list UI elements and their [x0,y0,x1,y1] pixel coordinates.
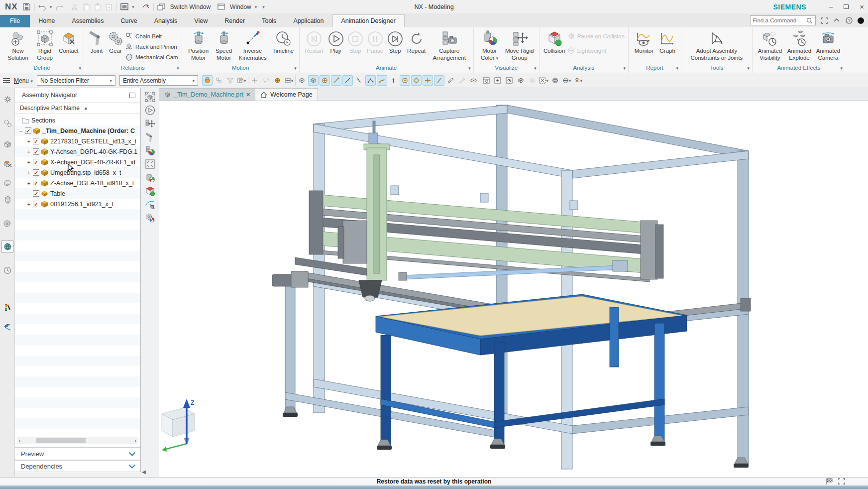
snap-solid-icon[interactable] [308,75,319,86]
expand-icon[interactable]: + [26,159,32,165]
eye-visibility-icon[interactable] [468,75,479,86]
expand-icon[interactable]: + [26,170,32,176]
info-icon[interactable]: i [2,219,12,229]
new-solution-button[interactable]: New Solution [3,29,32,61]
layer-settings-icon[interactable]: ▾ [573,75,583,86]
dependencies-section-header[interactable]: Dependencies [15,460,140,472]
joint-button[interactable]: Joint [88,29,106,55]
close-button[interactable]: × [860,2,864,11]
window-settings-icon[interactable] [481,75,492,86]
selection-scope-dropdown[interactable]: Entire Assembly▾ [119,75,198,86]
checkbox[interactable]: ✓ [33,180,39,186]
shaded-cube-icon[interactable] [516,75,526,86]
sketch-pencil-2-icon[interactable] [457,75,467,86]
save-icon[interactable] [23,3,31,11]
animated-explode-button[interactable]: Animated Explode [785,29,813,61]
redo-icon[interactable] [55,3,63,11]
web-browser-icon[interactable] [1,241,13,252]
monitor-button[interactable]: Monitor [632,29,656,55]
collision-strip-icon[interactable] [143,184,156,197]
mechanical-cam-button[interactable]: Mechanical Cam [125,52,178,62]
expand-icon[interactable]: + [26,138,32,144]
type-filter-icon[interactable]: ▾ [236,75,247,86]
tab-animation-designer[interactable]: Animation Designer [332,14,405,27]
tab-file[interactable]: File [0,15,30,27]
render-style-2-icon[interactable]: ▾ [561,75,572,86]
move-rigid-group-button[interactable]: Move Rigid Group [504,29,536,61]
play-button[interactable]: Play [327,29,345,54]
snap-face-icon[interactable] [297,75,307,86]
snap-pole-icon[interactable] [365,75,376,86]
define-dialog-launcher-icon[interactable]: ▾ [79,66,81,71]
speed-motor-button[interactable]: Speed Motor [213,29,235,61]
fullscreen-icon[interactable] [820,16,828,24]
cut-icon[interactable] [71,3,79,11]
machine-3d-model[interactable]: Z [142,101,868,477]
animated-visibility-button[interactable]: Animated Visibility [756,29,784,61]
visualize-dialog-launcher-icon[interactable]: ▾ [534,66,537,71]
search-icon[interactable] [805,16,813,24]
paste-special-icon[interactable] [105,3,113,11]
part-navigator-icon[interactable] [2,195,12,205]
collision-button[interactable]: Collision [543,29,566,55]
snap-spline-point-icon[interactable] [377,75,387,86]
tab-tools[interactable]: Tools [253,15,285,27]
motor-color-strip-icon[interactable] [143,144,156,157]
user-avatar[interactable] [858,17,864,24]
adopt-assembly-constraints-button[interactable]: Adopt Assembly Constraints or Joints [685,29,749,61]
wcs-icon[interactable] [272,75,283,86]
play-strip-icon[interactable] [143,104,156,117]
tree-row-z-achse[interactable]: + ✓ Z-Achse_DGEA-18_id918_x_t [15,178,140,188]
checkbox[interactable]: ✓ [33,190,39,197]
inverse-kinematics-button[interactable]: Inverse Kinematics [236,29,269,61]
expand-icon[interactable]: + [26,201,32,207]
column-header-descriptive-part-name[interactable]: Descriptive Part Name [20,105,80,112]
tree-row-sections[interactable]: Sections [15,115,140,125]
step-button[interactable]: Step [386,29,404,54]
expand-icon[interactable]: + [26,180,32,186]
undo-icon[interactable] [38,3,46,11]
snap-midpoint-icon[interactable] [342,75,353,86]
help-icon[interactable]: ? [845,16,853,24]
navigator-hscrollbar[interactable]: ‹ › [17,437,138,444]
analysis-dialog-launcher-icon[interactable]: ▾ [623,66,626,71]
animated-camera-button[interactable]: Animated Camera [815,29,842,61]
snap-curve-icon[interactable] [354,75,364,86]
minimize-ribbon-icon[interactable] [833,16,841,24]
rigid-group-strip-icon[interactable] [143,90,156,103]
work-part-filter-icon[interactable] [202,75,213,86]
rack-and-pinion-button[interactable]: Rack and Pinion [125,41,178,52]
tab-view[interactable]: View [186,15,216,27]
snap-tangent-icon[interactable] [434,75,444,86]
snap-existing-point-icon[interactable] [411,75,422,86]
tools-dialog-launcher-icon[interactable]: ▾ [747,66,750,71]
switch-window-label[interactable]: Switch Window [170,3,211,10]
checkbox[interactable]: ✓ [33,148,39,155]
collapse-panel-icon[interactable]: ◀ [142,469,146,475]
part-file-tab[interactable]: _Tim_Demo_Machine.prt × [159,88,255,101]
snap-intersection-icon[interactable] [423,75,433,86]
switch-window-icon[interactable] [157,3,165,11]
paste-icon[interactable] [94,3,102,11]
tab-render[interactable]: Render [216,15,253,27]
tab-curve[interactable]: Curve [112,15,145,27]
touch-mode-icon[interactable] [142,3,150,11]
reuse-library-icon[interactable] [2,178,12,188]
snap-endpoint-icon[interactable] [331,75,341,86]
graph-button[interactable]: Graph [657,29,677,55]
minimize-button[interactable]: – [829,3,833,10]
capture-arrangement-button[interactable]: Capture Arrangement [429,29,470,61]
menu-hamburger-icon[interactable] [3,78,10,83]
motor-color-button[interactable]: Motor Color ▾ [477,29,502,61]
expand-icon[interactable]: + [26,149,32,155]
tree-row-root[interactable]: − ✓ _Tim_Demo_Machine (Order: C [15,125,140,136]
graphics-viewport[interactable]: Z _Tim_Demo_Machine.prt × Welcome Page [141,88,868,477]
render-style-icon[interactable] [550,75,560,86]
gear-motor-strip-icon[interactable] [143,211,156,224]
gear-button[interactable]: Gear [107,29,124,55]
checkbox[interactable]: ✓ [33,169,39,176]
checkbox[interactable]: ✓ [33,138,39,144]
selection-filter-dropdown[interactable]: No Selection Filter▾ [37,75,115,86]
fit-corners-icon[interactable] [838,478,845,485]
snap-arc-center-icon[interactable] [320,75,330,86]
